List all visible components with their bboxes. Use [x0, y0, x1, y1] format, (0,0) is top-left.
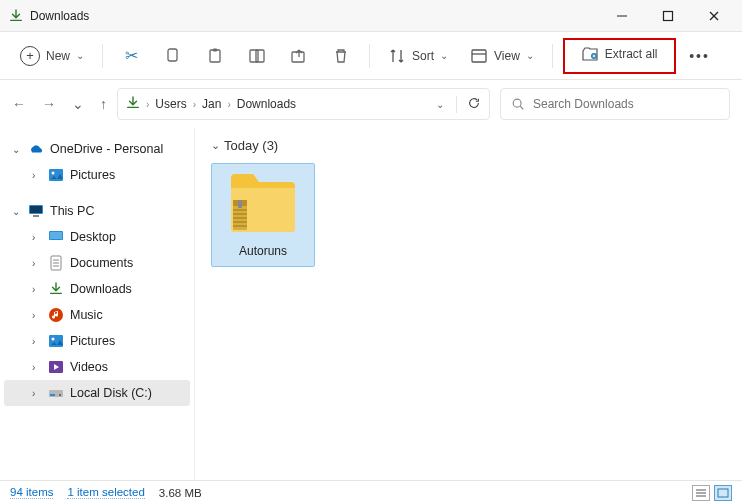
sort-button[interactable]: Sort ⌄ — [380, 41, 456, 71]
chevron-right-icon: › — [32, 170, 42, 181]
svg-rect-6 — [213, 48, 217, 51]
file-item[interactable]: Autoruns — [211, 163, 315, 267]
sidebar-label: Pictures — [70, 334, 115, 348]
back-button[interactable]: ← — [12, 96, 26, 112]
toolbar: + New ⌄ ✂ Sort ⌄ View ⌄ Extract all ••• — [0, 32, 742, 80]
zip-folder-icon — [227, 172, 299, 236]
svg-rect-44 — [718, 489, 728, 497]
scissors-icon: ✂ — [125, 46, 138, 65]
breadcrumb-dropdown[interactable]: ⌄ — [430, 99, 450, 110]
chevron-down-icon: ⌄ — [12, 144, 22, 155]
breadcrumb-segment[interactable]: Users — [155, 97, 186, 111]
chevron-right-icon: › — [32, 336, 42, 347]
svg-rect-10 — [472, 50, 486, 62]
sidebar-label: This PC — [50, 204, 94, 218]
cut-button[interactable]: ✂ — [113, 40, 149, 71]
music-icon — [48, 307, 64, 323]
chevron-right-icon: › — [32, 258, 42, 269]
sidebar-label: Music — [70, 308, 103, 322]
breadcrumb-segment[interactable]: Downloads — [237, 97, 296, 111]
nav-arrows: ← → ⌄ ↑ — [12, 96, 107, 112]
pictures-icon — [48, 333, 64, 349]
paste-button[interactable] — [197, 41, 233, 71]
sidebar-label: Documents — [70, 256, 133, 270]
title-bar: Downloads — [0, 0, 742, 32]
sidebar-label: OneDrive - Personal — [50, 142, 163, 156]
group-header[interactable]: ⌄ Today (3) — [211, 138, 726, 153]
svg-rect-4 — [168, 49, 177, 61]
view-icon — [470, 47, 488, 65]
separator — [102, 44, 103, 68]
chevron-right-icon: › — [32, 388, 42, 399]
sidebar-label: Videos — [70, 360, 108, 374]
pictures-icon — [48, 167, 64, 183]
svg-rect-31 — [50, 394, 55, 396]
delete-button[interactable] — [323, 41, 359, 71]
separator — [552, 44, 553, 68]
thumbnails-view-button[interactable] — [714, 485, 732, 501]
extract-all-button[interactable]: Extract all — [575, 43, 664, 65]
search-input[interactable] — [533, 97, 719, 111]
svg-rect-7 — [250, 50, 258, 62]
chevron-right-icon: › — [32, 284, 42, 295]
minimize-button[interactable] — [602, 2, 642, 30]
share-button[interactable] — [281, 41, 317, 71]
sidebar-label: Pictures — [70, 168, 115, 182]
sidebar-item-pictures[interactable]: › Pictures — [4, 162, 190, 188]
svg-rect-1 — [664, 11, 673, 20]
content-area: ⌄ Today (3) Autoruns — [195, 128, 742, 480]
history-dropdown[interactable]: ⌄ — [72, 96, 84, 112]
close-button[interactable] — [694, 2, 734, 30]
documents-icon — [48, 255, 64, 271]
copy-button[interactable] — [155, 41, 191, 71]
file-label: Autoruns — [239, 244, 287, 258]
status-selection: 1 item selected — [67, 486, 144, 499]
sort-icon — [388, 47, 406, 65]
window-title: Downloads — [30, 9, 602, 23]
chevron-right-icon: › — [32, 362, 42, 373]
sidebar-label: Downloads — [70, 282, 132, 296]
sidebar-item-local-disk[interactable]: › Local Disk (C:) — [4, 380, 190, 406]
sidebar-item-documents[interactable]: › Documents — [4, 250, 190, 276]
maximize-button[interactable] — [648, 2, 688, 30]
more-button[interactable]: ••• — [682, 42, 718, 70]
body: ⌄ OneDrive - Personal › Pictures ⌄ This … — [0, 128, 742, 480]
sidebar: ⌄ OneDrive - Personal › Pictures ⌄ This … — [0, 128, 195, 480]
videos-icon — [48, 359, 64, 375]
svg-rect-18 — [30, 206, 42, 213]
breadcrumb-segment[interactable]: Jan — [202, 97, 221, 111]
sidebar-item-onedrive[interactable]: ⌄ OneDrive - Personal — [4, 136, 190, 162]
svg-rect-9 — [292, 52, 304, 62]
svg-rect-5 — [210, 50, 220, 62]
chevron-down-icon: ⌄ — [211, 139, 220, 152]
sidebar-item-pictures2[interactable]: › Pictures — [4, 328, 190, 354]
svg-line-14 — [520, 106, 523, 109]
up-button[interactable]: ↑ — [100, 96, 107, 112]
new-button[interactable]: + New ⌄ — [12, 40, 92, 72]
search-box[interactable] — [500, 88, 730, 120]
sidebar-item-thispc[interactable]: ⌄ This PC — [4, 198, 190, 224]
refresh-button[interactable] — [456, 96, 481, 113]
view-label: View — [494, 49, 520, 63]
svg-rect-21 — [50, 232, 62, 239]
sidebar-item-downloads[interactable]: › Downloads — [4, 276, 190, 302]
disk-icon — [48, 385, 64, 401]
chevron-down-icon: ⌄ — [440, 50, 448, 61]
sidebar-item-music[interactable]: › Music — [4, 302, 190, 328]
breadcrumb[interactable]: › Users › Jan › Downloads ⌄ — [117, 88, 490, 120]
pc-icon — [28, 203, 44, 219]
svg-point-32 — [59, 394, 61, 396]
item-grid: Autoruns — [211, 163, 726, 267]
sidebar-item-videos[interactable]: › Videos — [4, 354, 190, 380]
view-button[interactable]: View ⌄ — [462, 41, 542, 71]
navigation-row: ← → ⌄ ↑ › Users › Jan › Downloads ⌄ — [0, 80, 742, 128]
details-view-button[interactable] — [692, 485, 710, 501]
status-count: 94 items — [10, 486, 53, 499]
sort-label: Sort — [412, 49, 434, 63]
sidebar-item-desktop[interactable]: › Desktop — [4, 224, 190, 250]
chevron-down-icon: ⌄ — [526, 50, 534, 61]
forward-button[interactable]: → — [42, 96, 56, 112]
rename-button[interactable] — [239, 41, 275, 71]
svg-rect-15 — [49, 169, 63, 181]
extract-icon — [581, 45, 599, 63]
